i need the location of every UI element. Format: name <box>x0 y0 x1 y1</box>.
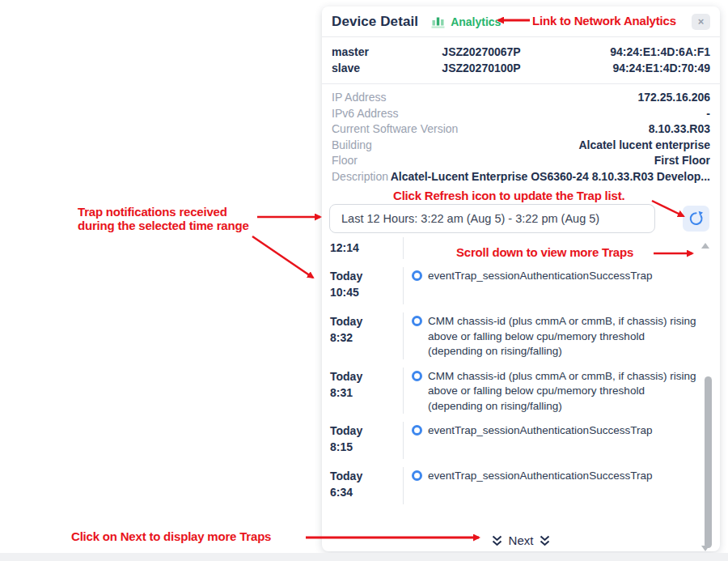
trap-status-icon <box>412 270 422 281</box>
refresh-button[interactable] <box>683 206 709 232</box>
detail-value: 172.25.16.206 <box>637 91 710 104</box>
close-icon[interactable]: × <box>692 14 710 30</box>
detail-label: IPv6 Address <box>332 107 399 120</box>
analytics-link-label: Analytics <box>451 15 501 28</box>
annotation-analytics: Link to Network Analytics <box>532 14 676 28</box>
trap-status-icon <box>412 371 422 381</box>
trap-day: Today <box>330 314 403 329</box>
detail-label: Floor <box>332 154 358 167</box>
annotation-refresh: Click Refresh icon to update the Trap li… <box>393 189 624 202</box>
trap-day: Today <box>330 469 403 483</box>
trap-message: eventTrap_sessionAuthenticationSuccessTr… <box>428 469 652 484</box>
table-row: master JSZ20270067P 94:24:E1:4D:6A:F1 <box>332 44 710 60</box>
trap-time: 12:14 <box>330 240 403 255</box>
trap-status-icon <box>412 470 422 481</box>
trap-message: eventTrap_sessionAuthenticationSuccessTr… <box>428 423 652 439</box>
detail-label: Description <box>332 170 388 183</box>
trap-message: CMM chassis-id (plus cmmA or cmmB, if ch… <box>428 369 697 414</box>
annotation-trap-range: Trap notifications received during the s… <box>78 205 249 232</box>
trap-time: 6:34 <box>330 485 403 499</box>
page-title: Device Detail <box>332 14 418 30</box>
trap-day: Today <box>330 369 403 384</box>
list-item[interactable]: Today 10:45 eventTrap_sessionAuthenticat… <box>330 267 697 304</box>
detail-row: IPv6 Address - <box>332 107 710 123</box>
detail-value: First Floor <box>654 154 710 167</box>
annotation-next: Click on Next to display more Traps <box>71 529 271 543</box>
detail-label: Current Software Version <box>332 122 458 135</box>
list-item[interactable]: Today 8:32 CMM chassis-id (plus cmmA or … <box>330 312 697 359</box>
list-item[interactable]: Today 8:31 CMM chassis-id (plus cmmA or … <box>330 368 697 414</box>
list-item[interactable]: Today 8:15 eventTrap_sessionAuthenticati… <box>330 422 697 459</box>
trap-status-icon <box>412 425 422 436</box>
trap-time: 10:45 <box>330 285 403 300</box>
trap-message: eventTrap_sessionAuthenticationSuccessTr… <box>428 269 652 284</box>
chassis-role: master <box>332 45 413 58</box>
trap-controls: Last 12 Hours: 3:22 am (Aug 5) - 3:22 pm… <box>329 204 710 233</box>
next-button-label: Next <box>509 533 534 547</box>
detail-row: Description Alcatel-Lucent Enterprise OS… <box>332 170 710 186</box>
detail-row: Current Software Version 8.10.33.R03 <box>332 122 710 138</box>
arrow-to-trap-list <box>252 236 313 278</box>
page-bottom-strip <box>0 553 728 561</box>
detail-value: Alcatel lucent enterprise <box>578 138 710 151</box>
device-detail-panel: Device Detail Analytics × master JSZ2027… <box>322 6 720 551</box>
detail-row: IP Address 172.25.16.206 <box>332 91 710 107</box>
trap-time: 8:31 <box>330 385 403 400</box>
trap-day: Today <box>330 423 403 438</box>
trap-time: 8:15 <box>330 440 403 454</box>
analytics-link[interactable]: Analytics <box>431 15 501 28</box>
time-range-selector[interactable]: Last 12 Hours: 3:22 am (Aug 5) - 3:22 pm… <box>329 204 655 233</box>
identity-section: master JSZ20270067P 94:24:E1:4D:6A:F1 sl… <box>322 37 720 84</box>
annotation-scroll: Scroll down to view more Traps <box>456 245 633 259</box>
scrollbar-down-arrow-icon[interactable] <box>701 546 709 551</box>
bar-chart-icon <box>431 15 446 28</box>
details-section: IP Address 172.25.16.206 IPv6 Address - … <box>322 85 720 185</box>
table-row: slave JSZ20270100P 94:24:E1:4D:70:49 <box>332 60 710 76</box>
refresh-icon <box>688 210 705 227</box>
scrollbar-thumb[interactable] <box>705 376 712 548</box>
annotation-trap-range-line2: during the selected time range <box>78 219 249 232</box>
trap-day: Today <box>330 269 403 283</box>
double-chevron-down-icon <box>491 535 503 546</box>
double-chevron-down-icon <box>539 535 551 546</box>
scrollbar-up-arrow-icon[interactable] <box>701 243 709 249</box>
trap-list: 12:14 Today 10:45 eventTrap_sessionAuthe… <box>330 237 697 512</box>
list-item[interactable]: Today 6:34 eventTrap_sessionAuthenticati… <box>330 467 697 504</box>
detail-label: IP Address <box>332 91 386 104</box>
trap-status-icon <box>412 316 422 326</box>
detail-label: Building <box>332 138 372 151</box>
detail-row: Building Alcatel lucent enterprise <box>332 138 710 155</box>
detail-value: - <box>706 107 710 120</box>
chassis-mac: 94:24:E1:4D:6A:F1 <box>550 45 710 58</box>
chassis-mac: 94:24:E1:4D:70:49 <box>550 62 710 74</box>
trap-message: CMM chassis-id (plus cmmA or cmmB, if ch… <box>428 314 697 359</box>
annotation-trap-range-line1: Trap notifications received <box>78 205 249 219</box>
detail-value: Alcatel-Lucent Enterprise OS6360-24 8.10… <box>391 170 710 183</box>
chassis-serial: JSZ20270067P <box>413 45 550 58</box>
next-button[interactable]: Next <box>322 529 720 551</box>
detail-value: 8.10.33.R03 <box>649 122 710 135</box>
chassis-role: slave <box>332 62 413 74</box>
trap-time: 8:32 <box>330 330 403 345</box>
detail-row: Floor First Floor <box>332 154 710 170</box>
chassis-serial: JSZ20270100P <box>413 62 550 74</box>
